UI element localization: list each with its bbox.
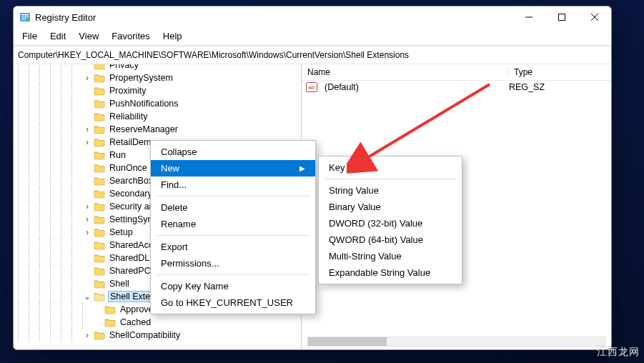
chevron-right-icon[interactable]: › bbox=[82, 124, 92, 134]
folder-icon bbox=[104, 317, 116, 327]
tree-spacer bbox=[82, 99, 92, 109]
folder-icon bbox=[94, 227, 105, 237]
folder-icon bbox=[94, 111, 105, 121]
list-row[interactable]: ab (Default)REG_SZ bbox=[302, 81, 611, 94]
menu-bar: File Edit View Favorites Help bbox=[14, 28, 611, 46]
tree-item-label: Proximity bbox=[108, 86, 147, 96]
tree-item-label: Privacy bbox=[108, 64, 140, 70]
tree-item-label: Run bbox=[108, 150, 127, 160]
menu-favorites[interactable]: Favorites bbox=[106, 29, 155, 43]
menu-item-label: Copy Key Name bbox=[161, 281, 229, 292]
maximize-button[interactable] bbox=[545, 6, 578, 28]
tree-spacer bbox=[82, 86, 92, 96]
folder-icon bbox=[94, 73, 105, 83]
ctxnew-qword-64-bit-value[interactable]: QWORD (64-bit) Value bbox=[319, 232, 462, 248]
menu-item-label: Binary Value bbox=[329, 202, 381, 212]
menu-separator bbox=[157, 235, 309, 236]
tree-item-label: Reliability bbox=[108, 111, 149, 121]
tree-spacer bbox=[82, 163, 92, 173]
folder-icon bbox=[94, 266, 105, 276]
value-type: REG_SZ bbox=[503, 82, 545, 92]
ctxnew-binary-value[interactable]: Binary Value bbox=[319, 199, 462, 215]
ctxkey-collapse[interactable]: Collapse bbox=[151, 144, 315, 160]
menu-separator bbox=[157, 196, 309, 197]
chevron-right-icon[interactable]: › bbox=[82, 214, 92, 224]
folder-icon bbox=[94, 150, 105, 160]
tree-item[interactable]: › ShellCompatibility bbox=[18, 329, 301, 342]
ctxnew-string-value[interactable]: String Value bbox=[319, 182, 462, 199]
menu-item-label: Multi-String Value bbox=[329, 251, 402, 262]
tree-spacer bbox=[82, 189, 92, 199]
menu-item-label: Expandable String Value bbox=[329, 267, 430, 278]
folder-icon bbox=[94, 137, 105, 147]
menu-file[interactable]: File bbox=[16, 29, 43, 43]
menu-item-label: Find... bbox=[161, 179, 187, 190]
tree-spacer bbox=[82, 253, 92, 263]
horizontal-scrollbar[interactable] bbox=[307, 337, 605, 347]
tree-item-label: Shell bbox=[108, 279, 131, 289]
scrollbar-thumb[interactable] bbox=[308, 337, 387, 346]
address-text: Computer\HKEY_LOCAL_MACHINE\SOFTWARE\Mic… bbox=[18, 50, 409, 60]
folder-icon bbox=[94, 189, 105, 199]
folder-icon bbox=[94, 64, 105, 70]
menu-item-label: Export bbox=[161, 242, 188, 252]
ctxkey-find[interactable]: Find... bbox=[151, 176, 315, 193]
folder-icon bbox=[94, 240, 105, 250]
chevron-down-icon[interactable]: ⌄ bbox=[82, 292, 92, 302]
caption-controls bbox=[512, 6, 611, 28]
ctxkey-new[interactable]: New▶ bbox=[151, 160, 315, 176]
ctxkey-copy-key-name[interactable]: Copy Key Name bbox=[151, 278, 315, 294]
context-menu-new: KeyString ValueBinary ValueDWORD (32-bit… bbox=[318, 156, 462, 284]
tree-spacer bbox=[82, 240, 92, 250]
tree-item-label: ShellCompatibility bbox=[108, 330, 182, 340]
tree-item[interactable]: Cached bbox=[18, 316, 301, 329]
ctxkey-go-to-hkey-current-user[interactable]: Go to HKEY_CURRENT_USER bbox=[151, 294, 315, 311]
menu-separator bbox=[325, 179, 456, 179]
menu-item-label: Delete bbox=[161, 202, 188, 213]
chevron-right-icon[interactable]: › bbox=[82, 73, 92, 83]
svg-rect-6 bbox=[559, 14, 565, 21]
close-button[interactable] bbox=[578, 6, 611, 28]
tree-item-label: PushNotifications bbox=[108, 99, 180, 109]
tree-item[interactable]: › ReserveManager bbox=[18, 123, 301, 136]
ctxnew-key[interactable]: Key bbox=[319, 159, 462, 176]
menu-help[interactable]: Help bbox=[157, 29, 188, 43]
chevron-right-icon[interactable]: › bbox=[82, 330, 92, 340]
app-icon bbox=[19, 11, 31, 23]
col-header-type[interactable]: Type bbox=[508, 67, 611, 77]
ctxnew-dword-32-bit-value[interactable]: DWORD (32-bit) Value bbox=[319, 215, 462, 232]
tree-item-label: ReserveManager bbox=[108, 124, 179, 134]
chevron-right-icon[interactable]: › bbox=[82, 202, 92, 212]
tree-spacer bbox=[82, 150, 92, 160]
tree-item[interactable]: Proximity bbox=[18, 84, 301, 97]
tree-item[interactable]: Privacy bbox=[18, 64, 301, 71]
address-bar[interactable]: Computer\HKEY_LOCAL_MACHINE\SOFTWARE\Mic… bbox=[14, 46, 611, 64]
menu-edit[interactable]: Edit bbox=[44, 29, 71, 43]
chevron-right-icon[interactable]: › bbox=[82, 227, 92, 237]
chevron-right-icon[interactable]: › bbox=[82, 137, 92, 147]
svg-rect-3 bbox=[21, 19, 26, 20]
folder-icon bbox=[94, 99, 105, 109]
ctxkey-delete[interactable]: Delete bbox=[151, 199, 315, 216]
svg-point-4 bbox=[26, 19, 30, 22]
tree-spacer bbox=[82, 176, 92, 186]
minimize-button[interactable] bbox=[512, 6, 545, 28]
ctxnew-expandable-string-value[interactable]: Expandable String Value bbox=[319, 264, 462, 281]
tree-item[interactable]: › PropertySystem bbox=[18, 71, 301, 84]
ctxnew-multi-string-value[interactable]: Multi-String Value bbox=[319, 248, 462, 264]
svg-rect-1 bbox=[21, 14, 29, 16]
menu-view[interactable]: View bbox=[73, 29, 104, 43]
values-header: Name Type bbox=[302, 64, 611, 81]
menu-item-label: New bbox=[161, 163, 179, 174]
folder-icon bbox=[94, 330, 105, 340]
tree-item[interactable]: PushNotifications bbox=[18, 97, 301, 110]
tree-item[interactable]: Reliability bbox=[18, 110, 301, 123]
col-header-name[interactable]: Name bbox=[302, 67, 508, 77]
watermark: 江西龙网 bbox=[597, 346, 640, 359]
ctxkey-export[interactable]: Export bbox=[151, 239, 315, 255]
menu-item-label: QWORD (64-bit) Value bbox=[329, 234, 423, 245]
tree-spacer bbox=[93, 317, 103, 327]
folder-icon bbox=[94, 176, 105, 186]
ctxkey-rename[interactable]: Rename bbox=[151, 216, 315, 232]
ctxkey-permissions[interactable]: Permissions... bbox=[151, 255, 315, 272]
